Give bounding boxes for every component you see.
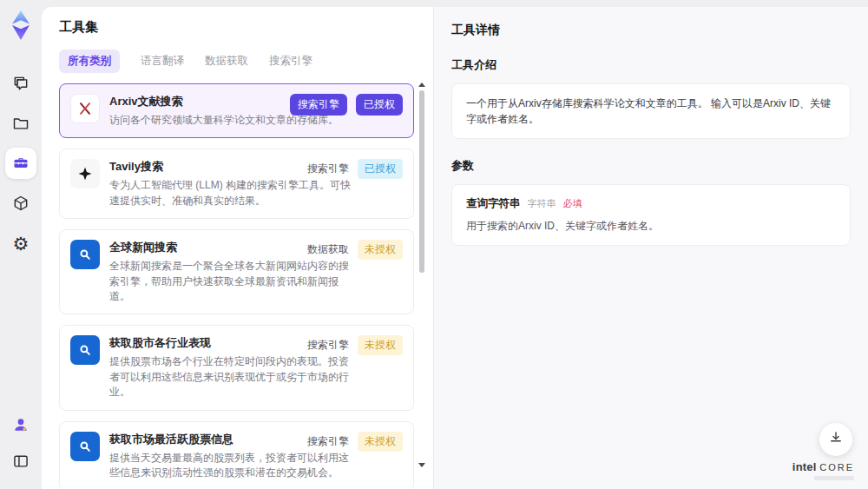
auth-status-badge: 未授权 <box>358 432 403 452</box>
tool-tags: 搜索引擎未授权 <box>307 432 403 452</box>
brand-subline <box>814 476 854 480</box>
sidebar-item-settings[interactable]: ⚙ <box>5 228 36 259</box>
tools-list: Arxiv文献搜索 访问各个研究领域大量科学论文和文章的存储库。 搜索引擎已授权… <box>59 83 416 489</box>
tool-card[interactable]: 获取市场最活跃股票信息 提供当天交易量最高的股票列表，投资者可以利用这些信息来识… <box>59 421 414 489</box>
folder-icon <box>12 115 30 132</box>
intro-text: 一个用于从Arxiv存储库搜索科学论文和文章的工具。 输入可以是Arxiv ID… <box>466 96 836 127</box>
cube-icon <box>12 195 30 212</box>
tool-description: 全球新闻搜索是一个聚合全球各大新闻网站内容的搜索引擎，帮助用户快速获取全球最新资… <box>109 259 351 304</box>
scrollbar-down-arrow[interactable] <box>418 463 425 467</box>
category-label: 搜索引擎 <box>307 338 349 353</box>
sidebar-item-chat[interactable] <box>5 68 36 99</box>
tool-description: 专为人工智能代理 (LLM) 构建的搜索引擎工具。可快速提供实时、准确和真实的结… <box>109 178 351 208</box>
user-avatar[interactable] <box>5 409 36 440</box>
search-blue-icon <box>70 240 100 269</box>
tool-tags: 搜索引擎已授权 <box>307 159 403 179</box>
tool-tags: 数据获取未授权 <box>307 240 403 260</box>
param-box: 查询字符串 字符串 必填 用于搜索的Arxiv ID、关键字或作者姓名。 <box>451 184 851 246</box>
panel-toggle-icon <box>12 453 30 470</box>
main-panel: 工具集 所有类别语言翻译数据获取搜索引擎 Arxiv文献搜索 访问各个研究领域大… <box>42 7 868 489</box>
search-blue-icon <box>70 432 100 461</box>
category-label: 搜索引擎 <box>307 434 349 449</box>
star-icon <box>70 159 100 188</box>
toolbox-icon <box>12 155 30 172</box>
auth-status-badge: 已授权 <box>358 159 403 179</box>
left-rail: ⚙ <box>0 0 42 489</box>
param-required-badge: 必填 <box>563 197 582 210</box>
scrollbar[interactable] <box>419 90 424 459</box>
tools-list-pane: 工具集 所有类别语言翻译数据获取搜索引擎 Arxiv文献搜索 访问各个研究领域大… <box>42 7 434 489</box>
param-type: 字符串 <box>528 197 556 210</box>
category-label: 搜索引擎 <box>307 162 349 176</box>
tool-card[interactable]: Arxiv文献搜索 访问各个研究领域大量科学论文和文章的存储库。 搜索引擎已授权 <box>59 83 414 138</box>
sidebar-item-files[interactable] <box>5 108 36 139</box>
chat-icon <box>12 75 30 92</box>
collapse-sidebar-button[interactable] <box>5 446 36 477</box>
category-tabs: 所有类别语言翻译数据获取搜索引擎 <box>59 50 416 73</box>
tab-2[interactable]: 数据获取 <box>205 50 248 73</box>
category-button[interactable]: 搜索引擎 <box>290 94 347 116</box>
tab-3[interactable]: 搜索引擎 <box>269 50 312 73</box>
tool-detail-pane: 工具详情 工具介绍 一个用于从Arxiv存储库搜索科学论文和文章的工具。 输入可… <box>434 7 868 489</box>
params-heading: 参数 <box>451 158 851 174</box>
auth-status-badge: 未授权 <box>358 240 403 260</box>
param-description: 用于搜索的Arxiv ID、关键字或作者姓名。 <box>466 219 836 234</box>
download-button[interactable] <box>819 423 852 456</box>
search-blue-icon <box>70 335 100 365</box>
brand-primary: intel <box>792 460 817 473</box>
tab-0[interactable]: 所有类别 <box>59 50 120 73</box>
tool-description: 提供当天交易量最高的股票列表，投资者可以利用这些信息来识别流动性强的股票和潜在的… <box>109 451 351 481</box>
tool-card[interactable]: Tavily搜索 专为人工智能代理 (LLM) 构建的搜索引擎工具。可快速提供实… <box>59 149 414 219</box>
gear-icon: ⚙ <box>13 235 30 253</box>
tool-tags: 搜索引擎未授权 <box>307 335 403 355</box>
tool-card[interactable]: 获取股市各行业表现 提供股票市场各个行业在特定时间段内的表现。投资者可以利用这些… <box>59 325 414 410</box>
sidebar-item-packages[interactable] <box>5 188 36 219</box>
avatar-icon <box>12 416 30 433</box>
detail-title: 工具详情 <box>451 23 851 38</box>
intel-core-logo: intel CORE <box>792 460 854 480</box>
tool-tags: 搜索引擎已授权 <box>290 94 403 116</box>
arxiv-icon <box>70 94 100 123</box>
scrollbar-thumb[interactable] <box>419 90 424 273</box>
auth-status-badge: 未授权 <box>358 335 403 355</box>
intro-box: 一个用于从Arxiv存储库搜索科学论文和文章的工具。 输入可以是Arxiv ID… <box>451 83 851 139</box>
tab-1[interactable]: 语言翻译 <box>141 50 184 73</box>
auth-status-button[interactable]: 已授权 <box>356 94 403 116</box>
page-title: 工具集 <box>59 19 416 36</box>
tool-description: 提供股票市场各个行业在特定时间段内的表现。投资者可以利用这些信息来识别表现优于或… <box>109 354 351 400</box>
app-logo-icon[interactable] <box>6 9 36 42</box>
download-icon <box>828 430 844 449</box>
category-label: 数据获取 <box>307 242 349 257</box>
sidebar-item-toolbox[interactable] <box>5 148 36 179</box>
scrollbar-up-arrow[interactable] <box>418 83 425 87</box>
brand-secondary: CORE <box>819 462 854 472</box>
tool-card[interactable]: 全球新闻搜索 全球新闻搜索是一个聚合全球各大新闻网站内容的搜索引擎，帮助用户快速… <box>59 229 414 314</box>
intro-heading: 工具介绍 <box>451 57 851 73</box>
param-name: 查询字符串 <box>466 196 521 211</box>
